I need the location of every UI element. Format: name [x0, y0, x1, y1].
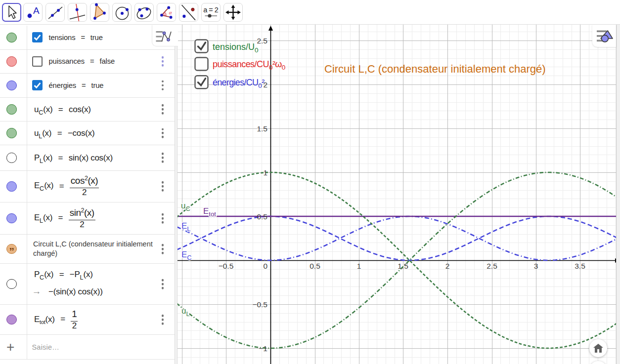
svg-text:A: A	[33, 5, 40, 16]
svg-text:0: 0	[263, 262, 267, 270]
svg-text:−0.5: −0.5	[219, 262, 234, 270]
svg-text:énergies/CU0²: énergies/CU0²	[213, 78, 265, 89]
svg-text:α: α	[169, 9, 172, 15]
svg-text:0.5: 0.5	[257, 212, 267, 221]
svg-text:2.5: 2.5	[487, 262, 497, 270]
svg-text:1: 1	[357, 262, 361, 270]
svg-text:EC: EC	[181, 250, 192, 261]
svg-text:1.5: 1.5	[398, 262, 408, 270]
svg-text:3.5: 3.5	[575, 262, 585, 270]
svg-text:2: 2	[445, 262, 450, 270]
svg-text:1.5: 1.5	[257, 124, 267, 133]
svg-text:tensions/U0: tensions/U0	[213, 42, 259, 54]
svg-text:a = 2: a = 2	[203, 6, 218, 14]
svg-text:0.5: 0.5	[310, 262, 320, 270]
svg-text:puissances/CU0²ω0: puissances/CU0²ω0	[213, 59, 285, 71]
svg-text:2: 2	[263, 81, 267, 89]
svg-text:−1: −1	[259, 344, 267, 353]
svg-text:Circuit L,C (condensateur init: Circuit L,C (condensateur initialement c…	[324, 63, 546, 75]
svg-text:1: 1	[263, 168, 267, 177]
svg-text:−0.5: −0.5	[252, 300, 267, 309]
svg-text:uL: uL	[181, 306, 190, 318]
svg-text:3: 3	[534, 262, 538, 270]
svg-text:2.5: 2.5	[257, 37, 267, 45]
